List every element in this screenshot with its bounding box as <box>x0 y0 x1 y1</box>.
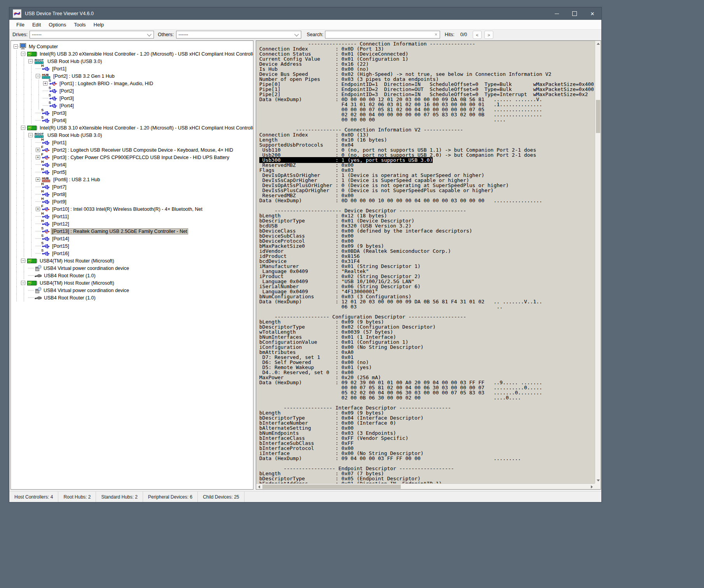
tree-item-label[interactable]: [Port2] <box>58 88 75 94</box>
tree-item[interactable]: S[Port2] <box>11 87 253 94</box>
menu-item-tools[interactable]: Tools <box>70 22 89 28</box>
expand-icon[interactable]: + <box>43 81 47 86</box>
tree-item[interactable]: +HUB[Port6] : USB 2.1 Hub <box>11 176 253 183</box>
menu-item-help[interactable]: Help <box>90 22 108 28</box>
tree-item[interactable]: +F[Port10] : Intel 0033 Intel(R) Wireles… <box>11 205 253 213</box>
tree-item[interactable]: S[Port16] <box>11 250 253 257</box>
tree-item[interactable]: S[Port4] <box>11 102 253 109</box>
scroll-up-icon[interactable] <box>597 43 600 45</box>
tree-item-label[interactable]: [Port4] <box>51 117 68 124</box>
tree-item[interactable]: −ROOTUSB Root Hub (USB 3.0) <box>11 58 253 65</box>
tree-item[interactable]: H[Port4] <box>11 161 253 168</box>
tree-item[interactable]: S[Port13] : Realtek Gaming USB 2.5GbE Fa… <box>11 228 253 235</box>
vertical-scroll-thumb[interactable] <box>596 100 600 133</box>
scroll-right-icon[interactable] <box>591 485 593 488</box>
clear-search-icon[interactable]: × <box>435 32 437 37</box>
tree-item-label[interactable]: [Port3] : Cyber Power CPS CP900EPFCLCD U… <box>51 154 231 161</box>
tree-item-label[interactable]: [Port16] <box>51 250 70 257</box>
tree-item[interactable]: H[Port1] <box>11 65 253 72</box>
tree-item[interactable]: −HUB[Port2] : USB 3.2 Gen 1 Hub <box>11 72 253 80</box>
tree-item-label[interactable]: [Port3] <box>58 95 75 102</box>
expand-icon[interactable]: + <box>36 207 40 211</box>
menu-item-edit[interactable]: Edit <box>28 22 45 28</box>
tree-item[interactable]: +F[Port3] : Cyber Power CPS CP900EPFCLCD… <box>11 154 253 161</box>
tree-item-label[interactable]: [Port1] <box>51 66 68 72</box>
collapse-icon[interactable]: − <box>21 281 25 285</box>
tree-item-label[interactable]: USB4 Root Router (1.0) <box>43 295 97 301</box>
menu-item-file[interactable]: File <box>12 22 28 28</box>
collapse-icon[interactable]: − <box>36 74 40 78</box>
tree-item[interactable]: S[Port3] <box>11 94 253 102</box>
tree-item[interactable]: H[Port8] <box>11 191 253 198</box>
tree-item-label[interactable]: [Port2] : USB 3.2 Gen 1 Hub <box>52 73 116 79</box>
tree-item[interactable]: USB4 Root Router (1.0) <box>11 294 253 301</box>
tree-item[interactable]: H[Port5] <box>11 168 253 176</box>
tree-item-label[interactable]: [Port12] <box>51 221 70 227</box>
search-input[interactable] <box>327 31 432 38</box>
tree-item[interactable]: +S[Port1] : Logitech BRIO - Image, Audio… <box>11 80 253 87</box>
collapse-icon[interactable]: − <box>14 44 18 49</box>
tree-item-label[interactable]: USB4(TM) Host Router (Microsoft) <box>38 280 115 286</box>
horizontal-scroll-thumb[interactable] <box>262 485 401 489</box>
close-button[interactable]: ✕ <box>583 7 601 20</box>
tree-item[interactable]: S[Port15] <box>11 242 253 250</box>
tree-item[interactable]: S[Port3] <box>11 109 253 117</box>
tree-item-label[interactable]: [Port1] <box>51 140 68 146</box>
tree-item[interactable]: H[Port1] <box>11 139 253 146</box>
tree-item-label[interactable]: USB Root Hub (USB 3.0) <box>46 132 103 138</box>
tree-item[interactable]: −HCIntel(R) USB 3.20 eXtensible Host Con… <box>11 50 253 58</box>
tree-item[interactable]: ?USB4 Virtual power coordination device <box>11 287 253 294</box>
tree-item-label[interactable]: USB4(TM) Host Router (Microsoft) <box>38 258 115 264</box>
tree-item-label[interactable]: [Port1] : Logitech BRIO - Image, Audio, … <box>58 80 154 87</box>
expand-icon[interactable]: + <box>36 177 40 182</box>
tree-item-label[interactable]: Intel(R) USB 3.20 eXtensible Host Contro… <box>38 51 253 57</box>
tree-item-label[interactable]: USB Root Hub (USB 3.0) <box>46 58 103 65</box>
previous-hit-button[interactable]: < <box>473 31 482 39</box>
next-hit-button[interactable]: > <box>484 31 493 39</box>
tree-item-label[interactable]: USB4 Virtual power coordination device <box>42 287 130 294</box>
drives-dropdown[interactable]: ------ <box>30 31 154 38</box>
tree-item-label[interactable]: [Port3] <box>51 110 68 116</box>
expand-icon[interactable]: + <box>36 148 40 152</box>
collapse-icon[interactable]: − <box>21 52 25 56</box>
tree-item[interactable]: −HCUSB4(TM) Host Router (Microsoft) <box>11 279 253 287</box>
tree-item[interactable]: ?USB4 Virtual power coordination device <box>11 264 253 272</box>
tree-item[interactable]: S[Port4] <box>11 117 253 124</box>
tree-item-label[interactable]: My Computer <box>28 44 59 50</box>
collapse-icon[interactable]: − <box>21 259 25 263</box>
vertical-scrollbar[interactable] <box>595 41 601 483</box>
tree-item-label[interactable]: [Port9] <box>51 199 68 205</box>
tree-item-label[interactable]: [Port4] <box>58 103 75 109</box>
tree-item-label[interactable]: [Port8] <box>51 191 68 198</box>
menu-item-options[interactable]: Options <box>45 22 70 28</box>
tree-item[interactable]: −HCUSB4(TM) Host Router (Microsoft) <box>11 257 253 264</box>
others-dropdown[interactable]: ------ <box>176 31 301 38</box>
tree-item-label[interactable]: [Port11] <box>51 214 70 220</box>
tree-item[interactable]: H[Port9] <box>11 198 253 205</box>
scroll-left-icon[interactable] <box>258 485 260 488</box>
tree-item[interactable]: +F[Port2] : Logitech USB Receiver USB Co… <box>11 146 253 154</box>
tree-item-label[interactable]: [Port14] <box>51 236 70 242</box>
tree-item-label[interactable]: USB4 Root Router (1.0) <box>43 273 97 279</box>
tree-item[interactable]: H[Port7] <box>11 183 253 191</box>
tree-item-label[interactable]: [Port5] <box>51 169 68 175</box>
scroll-down-icon[interactable] <box>597 480 600 481</box>
tree-item-label[interactable]: [Port10] : Intel 0033 Intel(R) Wireless … <box>51 206 204 212</box>
tree-item-label-selected[interactable]: [Port13] : Realtek Gaming USB 2.5GbE Fam… <box>51 228 188 234</box>
tree-item[interactable]: −HCIntel(R) USB 3.10 eXtensible Host Con… <box>11 124 253 131</box>
tree-item-label[interactable]: [Port4] <box>51 162 68 168</box>
tree-item[interactable]: −ROOTUSB Root Hub (USB 3.0) <box>11 131 253 139</box>
tree-item-label[interactable]: [Port2] : Logitech USB Receiver USB Comp… <box>51 147 234 153</box>
expand-icon[interactable]: + <box>36 155 40 159</box>
tree-item[interactable]: −My Computer <box>11 43 253 50</box>
tree-item-label[interactable]: [Port7] <box>51 184 68 190</box>
tree-item[interactable]: H[Port12] <box>11 220 253 228</box>
tree-item[interactable]: S[Port14] <box>11 235 253 242</box>
tree-item-label[interactable]: USB4 Virtual power coordination device <box>42 265 130 271</box>
maximize-button[interactable] <box>566 7 583 20</box>
collapse-icon[interactable]: − <box>21 126 25 130</box>
tree-item[interactable]: USB4 Root Router (1.0) <box>11 272 253 279</box>
tree-item-label[interactable]: [Port6] : USB 2.1 Hub <box>52 177 101 183</box>
collapse-icon[interactable]: − <box>28 133 33 137</box>
tree-item-label[interactable]: Intel(R) USB 3.10 eXtensible Host Contro… <box>38 125 253 131</box>
